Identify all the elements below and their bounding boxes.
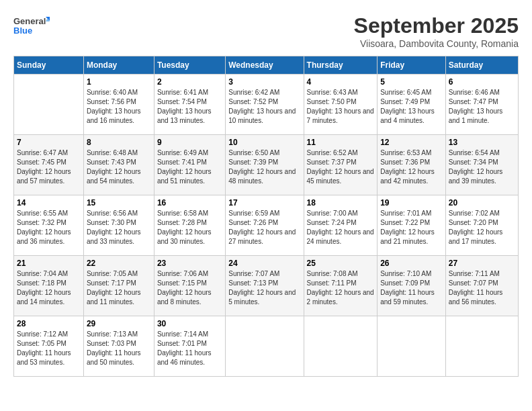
weekday-header: Saturday xyxy=(445,56,518,75)
day-info: Sunrise: 7:01 AMSunset: 7:22 PMDaylight:… xyxy=(380,209,443,246)
calendar-cell xyxy=(226,316,304,377)
calendar-cell xyxy=(304,316,378,377)
calendar-week-row: 1 Sunrise: 6:40 AMSunset: 7:56 PMDayligh… xyxy=(14,75,519,135)
day-info: Sunrise: 6:46 AMSunset: 7:47 PMDaylight:… xyxy=(449,88,515,126)
day-number: 29 xyxy=(87,319,151,328)
day-info: Sunrise: 7:02 AMSunset: 7:20 PMDaylight:… xyxy=(449,209,515,246)
svg-text:Blue: Blue xyxy=(13,26,32,36)
calendar-week-row: 28 Sunrise: 7:12 AMSunset: 7:05 PMDaylig… xyxy=(14,316,519,377)
calendar-cell: 8 Sunrise: 6:48 AMSunset: 7:43 PMDayligh… xyxy=(83,135,154,195)
day-number: 8 xyxy=(87,138,151,147)
day-number: 13 xyxy=(449,138,515,147)
calendar-cell: 27 Sunrise: 7:11 AMSunset: 7:07 PMDaylig… xyxy=(445,256,518,316)
day-info: Sunrise: 7:10 AMSunset: 7:09 PMDaylight:… xyxy=(380,269,443,307)
day-number: 21 xyxy=(17,259,81,268)
weekday-header: Sunday xyxy=(14,56,84,75)
day-info: Sunrise: 6:53 AMSunset: 7:36 PMDaylight:… xyxy=(380,148,443,186)
calendar-cell: 25 Sunrise: 7:08 AMSunset: 7:11 PMDaylig… xyxy=(304,256,378,316)
day-info: Sunrise: 6:54 AMSunset: 7:34 PMDaylight:… xyxy=(449,148,515,186)
calendar-cell: 24 Sunrise: 7:07 AMSunset: 7:13 PMDaylig… xyxy=(226,256,304,316)
calendar-cell: 21 Sunrise: 7:04 AMSunset: 7:18 PMDaylig… xyxy=(14,256,84,316)
day-info: Sunrise: 7:14 AMSunset: 7:01 PMDaylight:… xyxy=(157,330,222,367)
calendar-cell: 12 Sunrise: 6:53 AMSunset: 7:36 PMDaylig… xyxy=(378,135,446,195)
day-info: Sunrise: 7:08 AMSunset: 7:11 PMDaylight:… xyxy=(307,269,375,307)
calendar-cell: 17 Sunrise: 6:59 AMSunset: 7:26 PMDaylig… xyxy=(226,195,304,256)
day-info: Sunrise: 6:40 AMSunset: 7:56 PMDaylight:… xyxy=(87,88,151,126)
weekday-header-row: SundayMondayTuesdayWednesdayThursdayFrid… xyxy=(14,56,519,75)
calendar-cell: 15 Sunrise: 6:56 AMSunset: 7:30 PMDaylig… xyxy=(83,195,154,256)
calendar-cell: 30 Sunrise: 7:14 AMSunset: 7:01 PMDaylig… xyxy=(154,316,225,377)
svg-text:General: General xyxy=(13,16,46,26)
weekday-header: Thursday xyxy=(304,56,378,75)
day-number: 3 xyxy=(228,77,300,87)
calendar-table: SundayMondayTuesdayWednesdayThursdayFrid… xyxy=(13,56,519,377)
page-header: General Blue September 2025 Viisoara, Da… xyxy=(13,13,519,49)
calendar-cell: 26 Sunrise: 7:10 AMSunset: 7:09 PMDaylig… xyxy=(378,256,446,316)
day-number: 10 xyxy=(228,138,300,147)
location-subtitle: Viisoara, Dambovita County, Romania xyxy=(354,38,519,49)
day-number: 17 xyxy=(228,198,300,208)
calendar-cell: 6 Sunrise: 6:46 AMSunset: 7:47 PMDayligh… xyxy=(445,75,518,135)
calendar-cell: 14 Sunrise: 6:55 AMSunset: 7:32 PMDaylig… xyxy=(14,195,84,256)
calendar-week-row: 14 Sunrise: 6:55 AMSunset: 7:32 PMDaylig… xyxy=(14,195,519,256)
calendar-cell: 2 Sunrise: 6:41 AMSunset: 7:54 PMDayligh… xyxy=(154,75,225,135)
day-info: Sunrise: 6:50 AMSunset: 7:39 PMDaylight:… xyxy=(228,148,300,186)
day-info: Sunrise: 6:52 AMSunset: 7:37 PMDaylight:… xyxy=(307,148,375,186)
calendar-cell: 19 Sunrise: 7:01 AMSunset: 7:22 PMDaylig… xyxy=(378,195,446,256)
day-number: 7 xyxy=(17,138,81,147)
calendar-cell: 16 Sunrise: 6:58 AMSunset: 7:28 PMDaylig… xyxy=(154,195,225,256)
day-number: 2 xyxy=(157,77,222,87)
day-number: 23 xyxy=(157,259,222,268)
calendar-cell: 23 Sunrise: 7:06 AMSunset: 7:15 PMDaylig… xyxy=(154,256,225,316)
calendar-cell: 11 Sunrise: 6:52 AMSunset: 7:37 PMDaylig… xyxy=(304,135,378,195)
day-number: 11 xyxy=(307,138,375,147)
weekday-header: Tuesday xyxy=(154,56,225,75)
calendar-cell xyxy=(445,316,518,377)
day-number: 15 xyxy=(87,198,151,208)
day-number: 24 xyxy=(228,259,300,268)
calendar-cell: 5 Sunrise: 6:45 AMSunset: 7:49 PMDayligh… xyxy=(378,75,446,135)
day-number: 12 xyxy=(380,138,443,147)
title-block: September 2025 Viisoara, Dambovita Count… xyxy=(354,13,519,49)
day-number: 28 xyxy=(17,319,81,328)
day-info: Sunrise: 6:58 AMSunset: 7:28 PMDaylight:… xyxy=(157,209,222,246)
weekday-header: Monday xyxy=(83,56,154,75)
day-number: 26 xyxy=(380,259,443,268)
weekday-header: Friday xyxy=(378,56,446,75)
day-info: Sunrise: 7:00 AMSunset: 7:24 PMDaylight:… xyxy=(307,209,375,246)
day-number: 25 xyxy=(307,259,375,268)
calendar-cell xyxy=(14,75,84,135)
calendar-cell: 22 Sunrise: 7:05 AMSunset: 7:17 PMDaylig… xyxy=(83,256,154,316)
day-info: Sunrise: 6:48 AMSunset: 7:43 PMDaylight:… xyxy=(87,148,151,186)
day-number: 16 xyxy=(157,198,222,208)
day-info: Sunrise: 7:07 AMSunset: 7:13 PMDaylight:… xyxy=(228,269,300,307)
calendar-cell: 13 Sunrise: 6:54 AMSunset: 7:34 PMDaylig… xyxy=(445,135,518,195)
month-title: September 2025 xyxy=(354,13,519,38)
day-number: 22 xyxy=(87,259,151,268)
calendar-cell: 1 Sunrise: 6:40 AMSunset: 7:56 PMDayligh… xyxy=(83,75,154,135)
day-info: Sunrise: 6:47 AMSunset: 7:45 PMDaylight:… xyxy=(17,148,81,186)
day-info: Sunrise: 6:55 AMSunset: 7:32 PMDaylight:… xyxy=(17,209,81,246)
day-info: Sunrise: 6:42 AMSunset: 7:52 PMDaylight:… xyxy=(228,88,300,126)
calendar-week-row: 7 Sunrise: 6:47 AMSunset: 7:45 PMDayligh… xyxy=(14,135,519,195)
day-number: 9 xyxy=(157,138,222,147)
day-number: 20 xyxy=(449,198,515,208)
day-number: 19 xyxy=(380,198,443,208)
day-info: Sunrise: 7:11 AMSunset: 7:07 PMDaylight:… xyxy=(449,269,515,307)
day-number: 30 xyxy=(157,319,222,328)
day-info: Sunrise: 6:49 AMSunset: 7:41 PMDaylight:… xyxy=(157,148,222,186)
day-number: 27 xyxy=(449,259,515,268)
calendar-cell: 18 Sunrise: 7:00 AMSunset: 7:24 PMDaylig… xyxy=(304,195,378,256)
calendar-cell: 3 Sunrise: 6:42 AMSunset: 7:52 PMDayligh… xyxy=(226,75,304,135)
calendar-week-row: 21 Sunrise: 7:04 AMSunset: 7:18 PMDaylig… xyxy=(14,256,519,316)
day-info: Sunrise: 7:06 AMSunset: 7:15 PMDaylight:… xyxy=(157,269,222,307)
calendar-cell: 7 Sunrise: 6:47 AMSunset: 7:45 PMDayligh… xyxy=(14,135,84,195)
calendar-cell: 4 Sunrise: 6:43 AMSunset: 7:50 PMDayligh… xyxy=(304,75,378,135)
day-info: Sunrise: 7:13 AMSunset: 7:03 PMDaylight:… xyxy=(87,330,151,367)
day-number: 18 xyxy=(307,198,375,208)
calendar-cell: 10 Sunrise: 6:50 AMSunset: 7:39 PMDaylig… xyxy=(226,135,304,195)
calendar-cell: 28 Sunrise: 7:12 AMSunset: 7:05 PMDaylig… xyxy=(14,316,84,377)
day-number: 6 xyxy=(449,77,515,87)
day-info: Sunrise: 7:04 AMSunset: 7:18 PMDaylight:… xyxy=(17,269,81,307)
day-info: Sunrise: 6:45 AMSunset: 7:49 PMDaylight:… xyxy=(380,88,443,126)
